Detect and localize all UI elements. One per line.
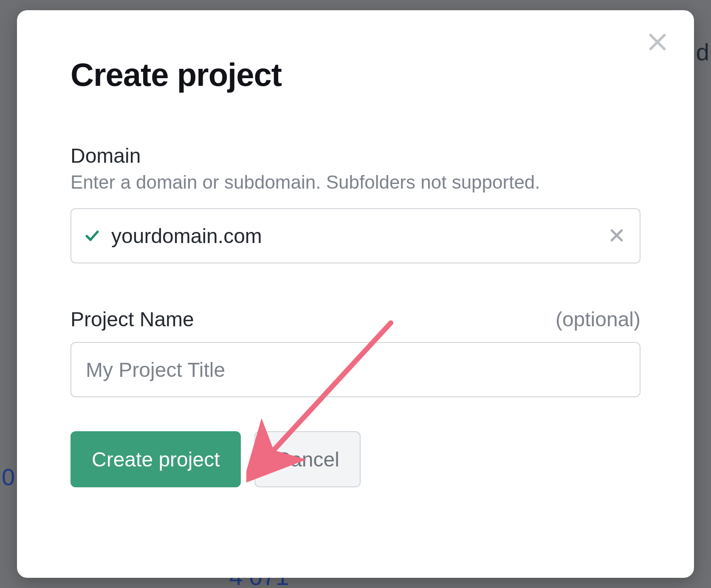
close-button[interactable] <box>643 28 672 57</box>
create-project-button[interactable]: Create project <box>71 431 241 487</box>
domain-input-container[interactable]: yourdomain.com <box>71 208 640 263</box>
domain-label: Domain <box>71 144 640 167</box>
domain-help-text: Enter a domain or subdomain. Subfolders … <box>71 172 640 193</box>
background-number-fragment-left: 0 <box>2 463 15 491</box>
cancel-button[interactable]: Cancel <box>254 431 360 487</box>
close-icon <box>646 30 669 55</box>
create-project-modal: Create project Domain Enter a domain or … <box>17 10 694 578</box>
project-name-input[interactable] <box>71 342 640 397</box>
check-icon <box>84 228 100 244</box>
clear-domain-button[interactable] <box>607 226 627 246</box>
project-name-optional: (optional) <box>556 308 640 331</box>
domain-input-value[interactable]: yourdomain.com <box>111 224 595 248</box>
project-name-field: Project Name (optional) <box>71 308 640 397</box>
background-text-fragment: d <box>696 38 709 66</box>
modal-title: Create project <box>71 56 660 93</box>
x-icon <box>608 227 625 245</box>
modal-actions: Create project Cancel <box>71 431 660 487</box>
project-name-label: Project Name <box>71 308 194 331</box>
domain-field: Domain Enter a domain or subdomain. Subf… <box>71 144 640 263</box>
